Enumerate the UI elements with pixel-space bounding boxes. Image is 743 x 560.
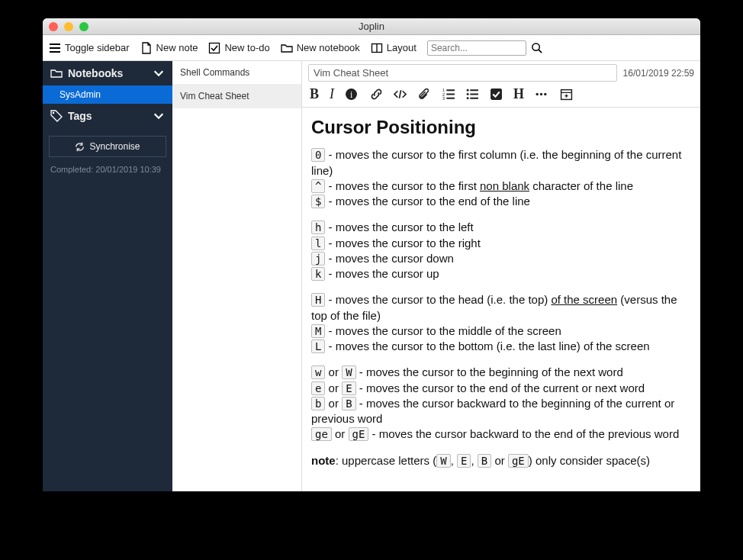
search-input[interactable] (427, 40, 526, 56)
note-list-item-title: Vim Cheat Sheet (180, 91, 249, 101)
svg-point-12 (467, 93, 469, 95)
toggle-sidebar-button[interactable]: Toggle sidebar (49, 42, 130, 54)
content-paragraph: 0 - moves the cursor to the first column… (311, 147, 691, 209)
code-icon[interactable] (394, 88, 407, 101)
attachment-icon[interactable] (417, 88, 430, 101)
new-notebook-label: New notebook (297, 42, 360, 53)
note-list: Shell Commands Vim Cheat Sheet (172, 61, 302, 491)
svg-point-13 (467, 97, 469, 99)
link-icon[interactable] (370, 88, 383, 101)
note-updated-date: 16/01/2019 22:59 (623, 68, 694, 79)
chevron-down-icon (153, 110, 165, 122)
sync-icon (75, 142, 85, 152)
ordered-list-icon[interactable]: 123 (442, 88, 455, 101)
svg-text:3: 3 (442, 96, 445, 101)
svg-point-3 (532, 43, 539, 50)
layout-label: Layout (387, 42, 417, 53)
minimize-window-button[interactable] (64, 22, 73, 31)
sidebar-item-label: SysAdmin (60, 89, 101, 100)
content-paragraph: note: uppercase letters (W, E, B or gE) … (311, 453, 691, 468)
synchronise-button[interactable]: Synchronise (49, 136, 166, 157)
search-group (427, 40, 542, 56)
new-todo-label: New to-do (224, 42, 269, 53)
svg-point-15 (536, 93, 539, 95)
svg-point-16 (540, 93, 542, 95)
italic-button[interactable]: I (330, 86, 334, 102)
close-window-button[interactable] (49, 22, 58, 31)
window-title: Joplin (43, 21, 700, 32)
toggle-sidebar-label: Toggle sidebar (65, 42, 130, 53)
new-note-label: New note (156, 42, 198, 53)
editor-pane: 16/01/2019 22:59 B I i 123 H (302, 61, 700, 491)
content-paragraph: H - moves the cursor to the head (i.e. t… (311, 292, 691, 354)
editor-toolbar: B I i 123 H (302, 82, 700, 108)
sidebar-tags-label: Tags (68, 110, 92, 122)
note-content[interactable]: Cursor Positioning 0 - moves the cursor … (302, 108, 700, 491)
content-heading: Cursor Positioning (311, 115, 691, 140)
checkbox-icon (208, 42, 220, 54)
bold-button[interactable]: B (310, 86, 319, 102)
calendar-add-icon[interactable] (560, 88, 573, 101)
sidebar-notebooks-label: Notebooks (68, 67, 123, 79)
sidebar-notebooks-header[interactable]: Notebooks (43, 61, 172, 85)
app-window: Joplin Toggle sidebar New note New to-do… (43, 18, 700, 491)
checklist-icon[interactable] (490, 88, 503, 101)
svg-point-11 (467, 89, 469, 92)
main-area: Notebooks SysAdmin Tags Synchronise Comp… (43, 61, 700, 491)
sidebar-item-sysadmin[interactable]: SysAdmin (43, 85, 172, 104)
unordered-list-icon[interactable] (466, 88, 479, 101)
main-toolbar: Toggle sidebar New note New to-do New no… (43, 35, 700, 61)
new-todo-button[interactable]: New to-do (208, 42, 269, 54)
sync-status-text: Completed: 20/01/2019 10:39 (43, 165, 172, 174)
zoom-window-button[interactable] (79, 22, 88, 31)
folder-icon (50, 67, 63, 79)
titlebar: Joplin (43, 18, 700, 35)
search-icon[interactable] (531, 42, 542, 53)
svg-rect-14 (491, 89, 502, 100)
note-title-input[interactable] (308, 64, 617, 82)
new-notebook-button[interactable]: New notebook (281, 42, 360, 54)
tag-icon (50, 110, 63, 122)
svg-point-5 (53, 112, 55, 114)
info-icon[interactable]: i (345, 88, 358, 101)
more-icon[interactable] (535, 88, 548, 101)
heading-button[interactable]: H (513, 86, 524, 102)
sidebar: Notebooks SysAdmin Tags Synchronise Comp… (43, 61, 172, 491)
svg-rect-0 (210, 43, 220, 53)
content-paragraph: w or W - moves the cursor to the beginni… (311, 365, 691, 442)
layout-icon (371, 42, 383, 54)
layout-button[interactable]: Layout (371, 42, 417, 54)
folder-icon (281, 42, 293, 54)
note-list-item-title: Shell Commands (180, 67, 249, 78)
chevron-down-icon (153, 67, 165, 79)
svg-line-4 (539, 50, 542, 53)
sidebar-tags-header[interactable]: Tags (43, 104, 172, 128)
svg-point-17 (544, 93, 546, 95)
content-paragraph: h - moves the cursor to the left l - mov… (311, 220, 691, 282)
window-controls (43, 22, 88, 31)
new-note-button[interactable]: New note (140, 42, 198, 54)
synchronise-label: Synchronise (89, 141, 140, 152)
note-title-row: 16/01/2019 22:59 (302, 61, 700, 82)
note-list-item[interactable]: Shell Commands (172, 61, 301, 85)
hamburger-icon (49, 42, 61, 54)
note-list-item[interactable]: Vim Cheat Sheet (172, 85, 301, 108)
file-icon (140, 42, 153, 54)
